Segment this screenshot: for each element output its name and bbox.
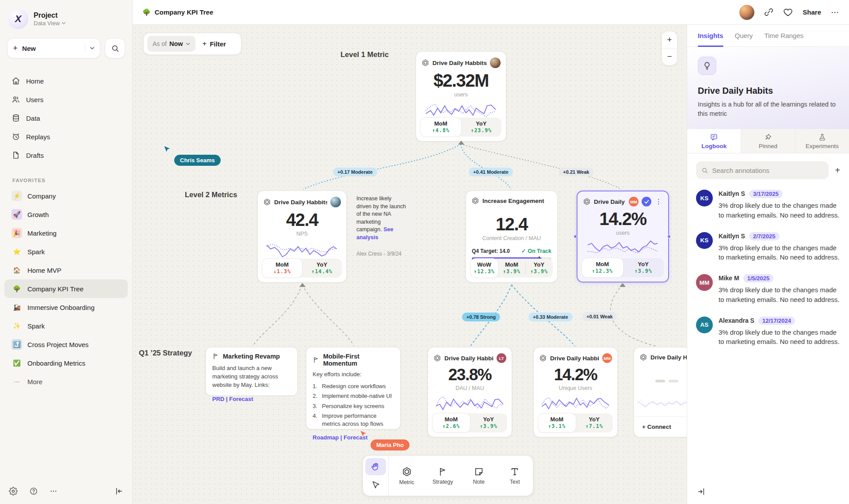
collapse-sidebar-button[interactable]: [115, 487, 123, 496]
tab-time-ranges[interactable]: Time Ranges: [764, 25, 803, 46]
search-button[interactable]: [105, 38, 125, 58]
wow-toggle[interactable]: WoW ↑12.3%: [470, 259, 498, 278]
mom-toggle[interactable]: MoM ↑3.9%: [498, 259, 525, 278]
add-annotation-button[interactable]: +: [835, 165, 840, 176]
metric-card-partial[interactable]: Drive Daily Hab + Connect: [634, 347, 687, 437]
text-tool-button[interactable]: Text: [497, 456, 533, 496]
select-tool-button[interactable]: [365, 476, 386, 493]
sidebar-item-immersive-onboarding[interactable]: 🚂 Immersive Onboarding: [4, 298, 128, 317]
zoom-out-button[interactable]: −: [662, 49, 677, 65]
avatar[interactable]: [739, 5, 754, 20]
hand-tool-button[interactable]: [365, 458, 386, 475]
sidebar-item-company[interactable]: ⚡ Company: [4, 187, 128, 205]
mom-toggle[interactable]: MoM ↑2.6%: [432, 413, 470, 432]
fav-label: Marketing: [27, 229, 57, 237]
heart-icon[interactable]: [783, 8, 793, 17]
yoy-toggle[interactable]: YoY ↑3.9%: [525, 259, 553, 278]
zoom-in-button[interactable]: +: [662, 31, 677, 48]
subtab-pinned[interactable]: Pinned: [741, 129, 795, 153]
annotation-item[interactable]: MM Mike M1/5/2025 3% drop likely due to …: [696, 274, 840, 305]
mom-label: MoM: [538, 416, 576, 423]
owner-badge[interactable]: MM: [602, 353, 612, 363]
connect-button[interactable]: + Connect: [634, 416, 687, 437]
yoy-toggle[interactable]: YoY ↑23.9%: [461, 118, 502, 137]
sidebar-item-more[interactable]: ⋯ More: [4, 372, 128, 391]
sidebar-item-home-mvp[interactable]: 🏠 Home MVP: [4, 261, 128, 279]
help-button[interactable]: [29, 487, 38, 496]
owner-badge[interactable]: MM: [629, 197, 639, 206]
annotation-item[interactable]: AS Alexandra S12/17/2024 3% drop likely …: [696, 317, 840, 347]
annotation-body: 3% drop likely due to the changes made t…: [719, 285, 840, 305]
strategy-tool-button[interactable]: Strategy: [425, 456, 461, 496]
filter-button[interactable]: + Filter: [197, 39, 232, 48]
mom-toggle[interactable]: MoM ↓1.3%: [262, 259, 302, 278]
owner-badge[interactable]: LT: [497, 353, 506, 363]
search-input[interactable]: [712, 167, 824, 174]
sidebar-item-data[interactable]: Data: [7, 109, 125, 127]
sidebar-item-spark-2[interactable]: ✨ Spark: [4, 317, 128, 335]
annotation-body: 3% drop likely due to the changes made t…: [719, 328, 840, 347]
owner-avatar[interactable]: [330, 197, 341, 207]
note-tool-button[interactable]: Note: [461, 456, 497, 496]
project-switcher[interactable]: X Project Data View: [0, 0, 132, 35]
selection-handle[interactable]: [667, 235, 671, 238]
subtab-experiments[interactable]: Experiments: [795, 129, 849, 153]
metric-card-l1[interactable]: Drive Daily Habbits $2.32M users MoM ↑4.…: [416, 51, 506, 141]
sidebar-item-growth[interactable]: 🚀 Growth: [4, 205, 128, 224]
kebab-menu-icon[interactable]: ⋮: [654, 198, 663, 206]
mom-toggle[interactable]: MoM ↑12.3%: [582, 258, 623, 277]
tab-query[interactable]: Query: [735, 25, 753, 46]
yoy-toggle[interactable]: YoY ↑3.9%: [470, 413, 508, 432]
chevron-down-icon[interactable]: [90, 46, 95, 50]
selection-handle[interactable]: [574, 235, 577, 238]
metric-unit: Unique Users: [534, 385, 617, 391]
metric-card-engagement[interactable]: Increase Engagement 12.4 Content Creatio…: [466, 191, 558, 283]
strategy-links[interactable]: PRD | Forecast: [212, 396, 291, 402]
metric-card-selected[interactable]: Drive Daily Habb.. MM ⋮ 14.2% users MoM …: [577, 191, 669, 283]
yoy-toggle[interactable]: YoY ↑3.9%: [623, 258, 664, 277]
annotation-item[interactable]: KS Kaitlyn S2/7/2025 3% drop likely due …: [696, 232, 840, 263]
mom-toggle[interactable]: MoM ↑4.8%: [421, 118, 461, 137]
annotation-item[interactable]: KS Kaitlyn S3/17/2025 3% drop likely due…: [696, 190, 840, 220]
mom-toggle[interactable]: MoM ↑3.1%: [538, 413, 576, 432]
yoy-label: YoY: [525, 261, 553, 268]
sidebar-item-cross-project-moves[interactable]: ⤴️ Cross Project Moves: [4, 335, 128, 354]
share-button[interactable]: Share: [803, 8, 821, 16]
sidebar-item-users[interactable]: Users: [7, 90, 125, 109]
sidebar-item-onboarding-metrics[interactable]: ✅ Onboarding Metrics: [4, 354, 128, 372]
tab-insights[interactable]: Insights: [698, 25, 723, 46]
as-of-dropdown[interactable]: As of Now: [147, 36, 195, 52]
strategy-note-marketing[interactable]: Marketing Revamp Build and launch a new …: [206, 347, 298, 396]
strategy-note-mobile[interactable]: Mobile-First Momentum Key efforts includ…: [306, 347, 401, 429]
yoy-toggle[interactable]: YoY ↑14.4%: [302, 259, 342, 278]
kpi-tree-canvas[interactable]: As of Now + Filter + − Level 1 Metric Le…: [133, 25, 687, 504]
annotation-search[interactable]: [696, 161, 829, 179]
canvas-annotation-note[interactable]: Increase likely driven by the launch of …: [351, 190, 413, 245]
new-button[interactable]: + New: [7, 38, 100, 58]
metric-card-unique-users[interactable]: Drive Daily Habbits MM 14.2% Unique User…: [533, 347, 618, 437]
metric-card-nps[interactable]: Drive Daily Habbits 42.4 NPS MoM ↓1.3% Y…: [257, 191, 347, 283]
metric-tool-button[interactable]: Metric: [389, 456, 425, 496]
subtab-logbook[interactable]: Logbook: [687, 129, 741, 153]
subtab-label: Pinned: [759, 143, 777, 149]
plus-icon: +: [13, 43, 18, 53]
fav-label: Onboarding Metrics: [27, 359, 85, 367]
owner-avatar[interactable]: [490, 57, 501, 68]
metric-hexagon-icon: [539, 354, 547, 362]
canvas-toolbar: Metric Strategy Note Text: [363, 455, 533, 496]
sidebar-item-company-kpi-tree[interactable]: 🌳 Company KPI Tree: [4, 279, 128, 298]
wow-value: ↑12.3%: [470, 268, 498, 275]
sidebar-item-drafts[interactable]: Drafts: [7, 146, 125, 164]
more-menu-button[interactable]: ⋯: [831, 8, 839, 17]
sidebar-item-marketing[interactable]: 🎉 Marketing: [4, 224, 128, 242]
metric-card-dau[interactable]: Drive Daily Habbits LT 23.8% DAU / MAU M…: [428, 347, 512, 437]
sidebar-item-replays[interactable]: Replays: [7, 127, 125, 146]
link-icon[interactable]: [764, 8, 773, 17]
more-button[interactable]: [50, 487, 57, 495]
settings-button[interactable]: [9, 487, 18, 496]
canvas-controls: As of Now + Filter: [143, 33, 241, 55]
yoy-toggle[interactable]: YoY ↑7.1%: [576, 413, 613, 432]
collapse-panel-button[interactable]: [697, 487, 706, 496]
sidebar-item-spark[interactable]: ⭐ Spark: [4, 242, 128, 261]
sidebar-item-home[interactable]: Home: [7, 72, 125, 90]
